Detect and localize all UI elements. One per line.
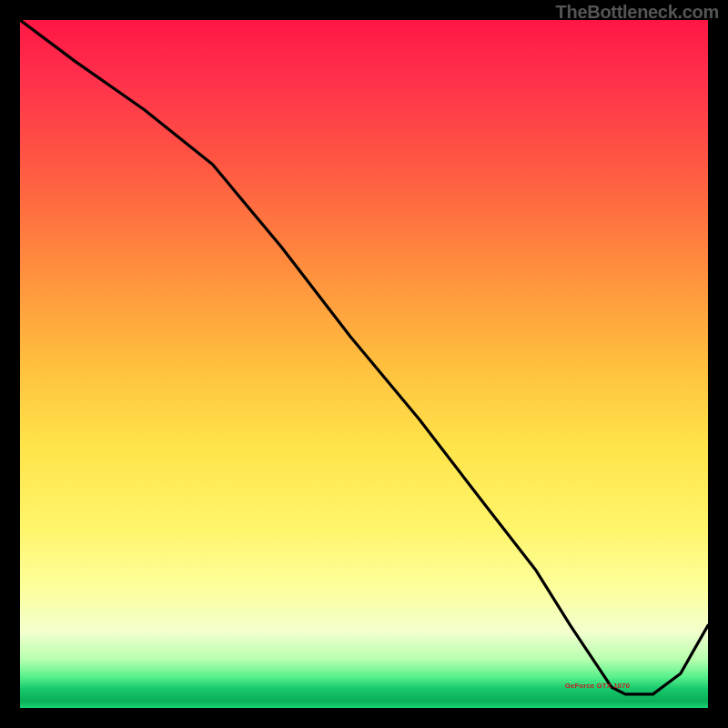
watermark-text: TheBottleneck.com [556,2,719,23]
bottleneck-curve-path [20,20,708,694]
chart-frame: TheBottleneck.com GeForce GTX 1070 [0,0,728,728]
line-chart [20,20,708,708]
gpu-marker-label: GeForce GTX 1070 [565,682,630,690]
